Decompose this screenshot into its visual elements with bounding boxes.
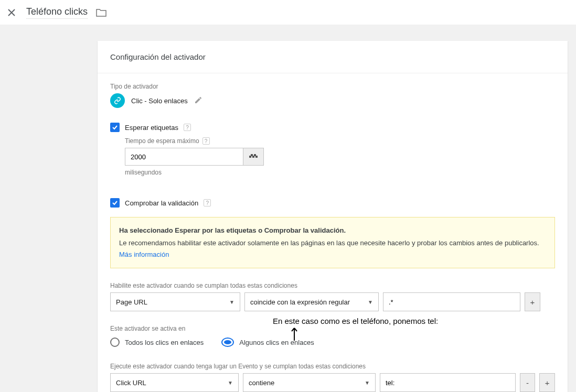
svg-rect-3 <box>251 154 253 156</box>
help-icon[interactable]: ? <box>184 124 191 131</box>
cond2-op-select[interactable]: contiene▼ <box>243 373 376 392</box>
cond2-value-input[interactable] <box>380 373 516 392</box>
annotation-text: En este caso como es el teléfono, ponemo… <box>273 317 438 325</box>
max-wait-input[interactable] <box>125 148 243 166</box>
trigger-type-name: Clic - Solo enlaces <box>131 97 188 105</box>
card-title: Configuración del activador <box>98 41 568 73</box>
close-button[interactable] <box>6 7 17 18</box>
help-icon[interactable]: ? <box>204 199 211 206</box>
warning-notice: Ha seleccionado Esperar por las etiqueta… <box>110 217 555 268</box>
enable-cond-label: Habilite este activador cuando se cumpla… <box>110 282 555 289</box>
more-info-link[interactable]: Más información <box>119 251 169 258</box>
cond1-op-select[interactable]: coincide con la expresión regular▼ <box>244 292 379 311</box>
cond2-remove-button[interactable]: - <box>520 373 536 392</box>
trigger-config-card: Configuración del activador Tipo de acti… <box>98 41 568 392</box>
cond1-var-select[interactable]: Page URL▼ <box>110 292 240 311</box>
radio-all-clicks[interactable]: Todos los clics en enlaces <box>110 337 204 347</box>
notice-bold: Ha seleccionado Esperar por las etiqueta… <box>119 225 546 236</box>
fire-cond-label: Ejecute este activador cuando tenga luga… <box>110 363 555 370</box>
type-label: Tipo de activador <box>110 83 555 90</box>
wait-tags-checkbox[interactable] <box>110 123 120 132</box>
svg-rect-4 <box>254 154 256 156</box>
cond2-var-select[interactable]: Click URL▼ <box>110 373 239 392</box>
unit-label: milisegundos <box>125 169 555 176</box>
check-validation-label: Comprobar la validación <box>125 199 198 207</box>
cond1-value-input[interactable] <box>383 292 520 311</box>
fires-on-label: Este activador se activa en <box>110 325 555 332</box>
arrow-up-icon <box>291 327 298 344</box>
wait-tags-label: Esperar etiquetas <box>125 124 178 132</box>
folder-icon[interactable] <box>96 8 106 17</box>
link-icon <box>110 93 125 108</box>
help-icon[interactable]: ? <box>202 137 210 145</box>
cond2-add-button[interactable]: + <box>539 373 555 392</box>
check-validation-checkbox[interactable] <box>110 198 120 208</box>
cond1-add-button[interactable]: + <box>525 292 540 311</box>
variable-picker-button[interactable] <box>243 148 264 166</box>
page-title[interactable]: Teléfono clicks <box>26 6 88 19</box>
max-wait-label: Tiempo de espera máximo <box>125 137 199 145</box>
radio-some-clicks[interactable]: Algunos clics en enlaces <box>221 337 314 347</box>
edit-type-button[interactable] <box>194 96 202 106</box>
notice-text: Le recomendamos habilitar este activador… <box>119 239 539 247</box>
